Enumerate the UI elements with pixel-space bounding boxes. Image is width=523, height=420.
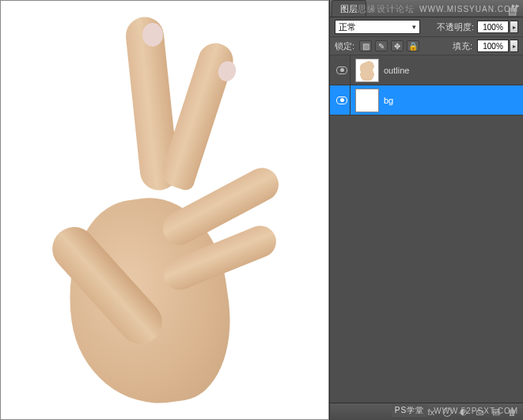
chevron-down-icon: ▸ [510,40,518,52]
layer-row[interactable]: outline [330,55,523,85]
fill-input[interactable]: 100% ▸ [477,40,518,52]
watermark-url: WWW.MISSYUAN.COM [419,5,518,13]
lock-transparent-icon[interactable]: ▧ [359,40,372,51]
layer-name: bg [384,96,393,105]
watermark-url: WWW.52PSXT.COM [434,407,518,415]
eye-icon [336,66,347,74]
eye-icon [336,96,347,104]
fill-value: 100% [477,40,509,52]
chevron-down-icon: ▾ [412,23,416,31]
lock-pixels-icon[interactable]: ✎ [375,40,388,51]
chevron-down-icon: ▸ [510,21,518,33]
opacity-label: 不透明度: [437,21,474,33]
blend-mode-value: 正常 [339,21,356,33]
layers-list: outline bg [330,55,523,403]
layer-name: outline [384,66,409,75]
layer-thumbnail[interactable] [355,59,379,82]
opacity-value: 100% [477,21,509,33]
lock-position-icon[interactable]: ✥ [391,40,404,51]
blend-opacity-row: 正常 ▾ 不透明度: 100% ▸ [330,17,523,37]
watermark-top: 思缘设计论坛 WWW.MISSYUAN.COM [358,3,518,15]
hand-image [22,17,307,404]
watermark-bottom: PS学堂 WWW.52PSXT.COM [392,404,518,417]
layers-panel: ▸▸ 图层 ▤ 正常 ▾ 不透明度: 100% ▸ 锁定: ▧ ✎ ✥ 🔒 填充… [329,0,523,420]
blend-mode-select[interactable]: 正常 ▾ [335,20,420,34]
lock-label: 锁定: [335,40,354,52]
visibility-toggle[interactable] [333,55,351,85]
document-canvas[interactable] [0,0,329,420]
layer-thumbnail[interactable] [355,89,379,112]
visibility-toggle[interactable] [333,85,351,115]
watermark-title: 思缘设计论坛 [358,3,415,15]
layer-row[interactable]: bg [330,85,523,115]
opacity-input[interactable]: 100% ▸ [477,21,518,33]
lock-icons-group: ▧ ✎ ✥ 🔒 [359,40,419,51]
lock-all-icon[interactable]: 🔒 [407,40,419,51]
watermark-badge: PS学堂 [392,404,427,417]
fill-label: 填充: [453,40,472,52]
lock-fill-row: 锁定: ▧ ✎ ✥ 🔒 填充: 100% ▸ [330,37,523,55]
